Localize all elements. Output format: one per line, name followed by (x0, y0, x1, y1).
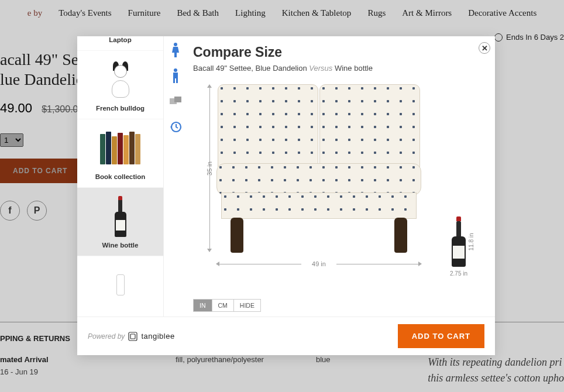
compare-item-book-collection[interactable]: Book collection (77, 119, 163, 188)
male-silhouette-icon[interactable] (168, 68, 183, 83)
unit-cm-button[interactable]: CM (212, 300, 234, 311)
svg-rect-3 (173, 78, 175, 83)
bottle-height-dimension: 11.8 in (462, 218, 480, 265)
tool-column (164, 36, 187, 317)
compare-item-wine-bottle[interactable]: Wine bottle (77, 188, 163, 256)
compare-item-french-bulldog[interactable]: French bulldog (77, 51, 163, 119)
books-icon (82, 125, 159, 171)
svg-rect-2 (173, 73, 178, 78)
settee-graphic (216, 84, 421, 254)
svg-rect-8 (129, 332, 137, 341)
compare-item-label: Laptop (82, 36, 159, 43)
modal-footer: Powered by tangiblee ADD TO CART (77, 317, 495, 355)
compare-item-next[interactable] (77, 256, 163, 317)
female-silhouette-icon[interactable] (168, 42, 183, 57)
bottle-width-dimension: 2.75 in (445, 270, 473, 277)
history-icon[interactable] (168, 119, 183, 135)
french-bulldog-icon (82, 57, 159, 102)
modal-main: ✕ Compare Size Bacall 49" Settee, Blue D… (187, 36, 495, 317)
unit-hide-button[interactable]: HIDE (234, 300, 260, 311)
modal-subtitle: Bacall 49" Settee, Blue Dandelion Versus… (193, 64, 484, 73)
settee-height-dimension: 35 in (202, 85, 216, 252)
compare-item-list: Laptop French bulldog Book collection Wi… (77, 36, 164, 317)
unit-in-button[interactable]: IN (194, 300, 212, 311)
settee-width-dimension: 49 in (216, 260, 421, 267)
glass-icon (82, 262, 159, 308)
modal-title: Compare Size (193, 44, 484, 60)
wine-bottle-icon (82, 194, 159, 239)
tangiblee-logo-icon (128, 332, 137, 341)
room-view-icon[interactable] (168, 94, 183, 109)
svg-rect-4 (176, 78, 178, 83)
compare-item-laptop[interactable]: Laptop (77, 36, 163, 51)
modal-add-to-cart-button[interactable]: ADD TO CART (398, 324, 484, 348)
unit-toggle: IN CM HIDE (193, 299, 261, 312)
svg-rect-6 (174, 97, 181, 102)
compare-item-label: Wine bottle (82, 242, 159, 249)
close-button[interactable]: ✕ (479, 42, 490, 54)
compare-item-label: Book collection (82, 173, 159, 180)
close-icon: ✕ (482, 44, 488, 53)
compare-size-modal: Laptop French bulldog Book collection Wi… (77, 36, 495, 355)
svg-rect-9 (130, 334, 135, 339)
svg-point-1 (174, 68, 177, 72)
powered-by: Powered by tangiblee (88, 332, 175, 341)
size-visualization: 35 in 49 in (193, 82, 484, 293)
compare-item-label: French bulldog (82, 105, 159, 112)
svg-point-0 (174, 43, 177, 46)
